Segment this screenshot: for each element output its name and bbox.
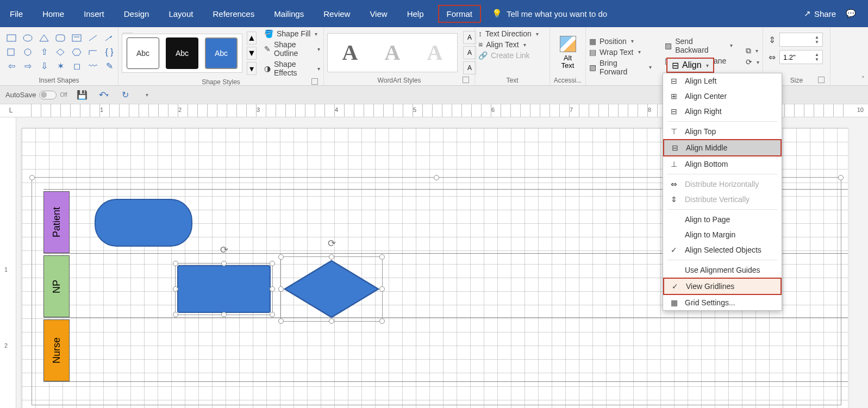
group-button[interactable]: ⧉▾ bbox=[746, 46, 759, 55]
size-dialog-launcher[interactable] bbox=[818, 77, 825, 83]
shape-textbox-icon[interactable] bbox=[71, 33, 83, 43]
tab-help[interactable]: Help bbox=[397, 0, 434, 27]
dist-v-icon: ⇕ bbox=[670, 195, 678, 204]
position-button[interactable]: ▦Position▾ bbox=[589, 37, 652, 46]
collapse-ribbon-button[interactable]: ˄ bbox=[861, 76, 865, 83]
align-selected-objects-item[interactable]: ✓Align Selected Objects bbox=[663, 242, 782, 258]
shape-decision[interactable] bbox=[283, 259, 380, 319]
group-label-insert-shapes: Insert Shapes bbox=[3, 76, 115, 84]
comments-icon[interactable]: 💬 bbox=[846, 9, 856, 18]
styles-scroll-up[interactable]: ▲ bbox=[247, 32, 257, 45]
align-button[interactable]: ⊟ Align ▾ bbox=[666, 58, 714, 73]
tab-home[interactable]: Home bbox=[33, 0, 74, 27]
qat-customize-button[interactable]: ▾ bbox=[140, 88, 154, 102]
style-swatch-2[interactable]: Abc bbox=[166, 37, 198, 69]
tab-design[interactable]: Design bbox=[114, 0, 159, 27]
wordart-gallery[interactable]: A A A bbox=[327, 33, 458, 72]
align-right-item[interactable]: ⊟Align Right bbox=[663, 104, 782, 119]
shape-uparrow-icon[interactable]: ⇧ bbox=[38, 47, 50, 58]
send-backward-button[interactable]: ▨Send Backward▾ bbox=[665, 37, 733, 54]
shape-height-input[interactable]: ▲▼ bbox=[779, 33, 823, 47]
shape-hex-icon[interactable] bbox=[71, 47, 83, 58]
wrap-text-button[interactable]: ▤Wrap Text▾ bbox=[589, 48, 652, 57]
tab-layout[interactable]: Layout bbox=[159, 0, 203, 27]
share-button[interactable]: ↗ Share bbox=[804, 9, 836, 18]
use-alignment-guides-item[interactable]: Use Alignment Guides bbox=[663, 262, 782, 278]
shapes-gallery[interactable]: ⇧ { } ⇦ ⇨ ⇩ ✶ ◻ 〰 ✎ bbox=[3, 32, 118, 74]
style-swatch-3[interactable]: Abc bbox=[205, 37, 238, 69]
shape-fill-button[interactable]: 🪣 Shape Fill▾ bbox=[264, 29, 320, 38]
shape-line-icon[interactable] bbox=[87, 33, 99, 43]
bring-forward-button[interactable]: ▧Bring Forward▾ bbox=[589, 59, 652, 76]
align-bottom-item[interactable]: ⊥Align Bottom bbox=[663, 156, 782, 172]
shape-roundrect-icon[interactable] bbox=[54, 33, 66, 43]
rotate-button[interactable]: ⟳▾ bbox=[746, 58, 759, 66]
lane-label-nurse[interactable]: Nurse bbox=[43, 319, 70, 381]
wordart-swatch-2[interactable]: A bbox=[373, 37, 411, 68]
tab-mailings[interactable]: Mailings bbox=[264, 0, 314, 27]
wordart-swatch-3[interactable]: A bbox=[416, 37, 454, 68]
shape-width-input[interactable]: 1.2" ▲▼ bbox=[779, 50, 823, 64]
shape-rightarrow-icon[interactable]: ⇨ bbox=[22, 61, 34, 72]
shape-elbow-icon[interactable] bbox=[87, 47, 99, 58]
shape-triangle-icon[interactable] bbox=[38, 33, 50, 43]
shape-downarrow-icon[interactable]: ⇩ bbox=[38, 61, 50, 72]
shape-styles-dialog-launcher[interactable] bbox=[311, 78, 318, 85]
rotate-handle-icon[interactable]: ⟳ bbox=[220, 244, 228, 256]
shape-effects-button[interactable]: ◑ Shape Effects▾ bbox=[264, 60, 320, 77]
align-center-item[interactable]: ⊞Align Center bbox=[663, 89, 782, 104]
lane-label-np[interactable]: NP bbox=[43, 255, 70, 317]
lane-label-patient[interactable]: Patient bbox=[43, 191, 70, 253]
wordart-swatch-1[interactable]: A bbox=[331, 37, 369, 68]
shape-rect-icon[interactable] bbox=[5, 33, 17, 43]
shape-circle-icon[interactable] bbox=[22, 47, 34, 58]
alt-text-button[interactable]: Alt Text bbox=[555, 34, 580, 72]
tab-format[interactable]: Format bbox=[438, 5, 482, 23]
styles-more-button[interactable]: ▾ bbox=[247, 62, 257, 75]
group-label-accessibility: Accessi... bbox=[553, 76, 582, 84]
vertical-ruler[interactable]: 1 2 bbox=[0, 117, 16, 408]
tell-me-search[interactable]: 💡 Tell me what you want to do bbox=[492, 9, 607, 18]
styles-scroll-down[interactable]: ▼ bbox=[247, 47, 257, 60]
shape-terminator[interactable] bbox=[95, 199, 192, 247]
wordart-dialog-launcher[interactable] bbox=[463, 77, 469, 83]
tab-file[interactable]: File bbox=[0, 0, 33, 27]
align-left-item[interactable]: ⊟Align Left bbox=[663, 73, 782, 89]
tab-review[interactable]: Review bbox=[314, 0, 360, 27]
autosave-toggle[interactable]: AutoSave Off bbox=[5, 91, 67, 99]
align-top-icon: ⊤ bbox=[670, 127, 678, 136]
ruler-end-num: 10 bbox=[857, 106, 864, 113]
grid-settings-item[interactable]: ▦Grid Settings... bbox=[663, 295, 782, 310]
save-button[interactable]: 💾 bbox=[75, 88, 89, 102]
style-swatch-1[interactable]: Abc bbox=[127, 37, 159, 69]
shape-outline-button[interactable]: ✎ Shape Outline▾ bbox=[264, 40, 320, 58]
align-text-button[interactable]: ≡ Align Text▾ bbox=[478, 40, 526, 49]
align-to-margin-item[interactable]: Align to Margin bbox=[663, 227, 782, 242]
shape-square-icon[interactable] bbox=[5, 47, 17, 58]
shape-style-gallery[interactable]: Abc Abc Abc bbox=[122, 34, 242, 73]
shape-bracket-icon[interactable]: { } bbox=[103, 47, 115, 58]
tab-view[interactable]: View bbox=[360, 0, 397, 27]
shape-callout-icon[interactable]: ◻ bbox=[71, 61, 83, 72]
rotate-handle-icon[interactable]: ⟳ bbox=[328, 237, 336, 249]
undo-button[interactable]: ↶▾ bbox=[97, 88, 111, 102]
text-outline-button[interactable]: A bbox=[463, 46, 476, 59]
shape-leftarrow-icon[interactable]: ⇦ bbox=[5, 61, 17, 72]
redo-button[interactable]: ↻ bbox=[118, 88, 133, 102]
shape-star-icon[interactable]: ✶ bbox=[54, 61, 66, 72]
view-gridlines-item[interactable]: ✓View Gridlines bbox=[663, 278, 782, 295]
shape-diamond-icon[interactable] bbox=[54, 47, 66, 58]
text-effects-button[interactable]: A bbox=[463, 61, 476, 74]
tab-insert[interactable]: Insert bbox=[74, 0, 114, 27]
shape-process[interactable] bbox=[177, 265, 271, 313]
shape-arrowline-icon[interactable] bbox=[103, 33, 115, 43]
shape-oval-icon[interactable] bbox=[22, 33, 34, 43]
shape-freeform-icon[interactable]: ✎ bbox=[103, 61, 115, 72]
text-fill-button[interactable]: A bbox=[463, 31, 476, 44]
tab-references[interactable]: References bbox=[203, 0, 264, 27]
align-to-page-item[interactable]: Align to Page bbox=[663, 212, 782, 227]
align-middle-item[interactable]: ⊟Align Middle bbox=[663, 139, 782, 156]
shape-curve-icon[interactable]: 〰 bbox=[87, 61, 99, 72]
text-direction-button[interactable]: ↕ Text Direction▾ bbox=[478, 29, 539, 38]
align-top-item[interactable]: ⊤Align Top bbox=[663, 124, 782, 139]
